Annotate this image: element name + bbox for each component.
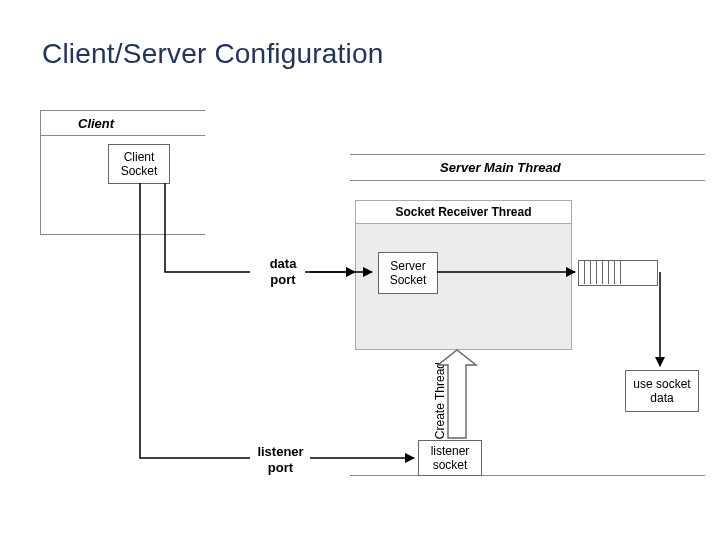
client-top-rule xyxy=(40,110,205,111)
diagram-stage: Client/Server Configuration Client Clien… xyxy=(0,0,720,540)
client-mid-rule xyxy=(40,135,205,136)
page-title: Client/Server Configuration xyxy=(42,38,384,70)
use-socket-data-label: use socket data xyxy=(633,377,690,406)
server-socket-label: Server Socket xyxy=(390,259,427,288)
client-left-rule xyxy=(40,110,41,234)
client-socket-box: Client Socket xyxy=(108,144,170,184)
client-bottom-rule xyxy=(40,234,205,235)
server-top-rule xyxy=(350,154,705,155)
receiver-thread-header: Socket Receiver Thread xyxy=(355,200,572,224)
listener-port-label: listener port xyxy=(253,444,308,475)
server-main-label: Server Main Thread xyxy=(440,160,561,176)
client-label: Client xyxy=(78,116,114,132)
listener-socket-box: listener socket xyxy=(418,440,482,476)
server-socket-box: Server Socket xyxy=(378,252,438,294)
server-mid-rule xyxy=(350,180,705,181)
queue-graphic xyxy=(578,260,656,284)
create-thread-label: Create Thread xyxy=(433,362,447,439)
server-bottom-rule xyxy=(350,475,705,476)
data-port-label: data port xyxy=(263,256,303,287)
client-socket-label: Client Socket xyxy=(121,150,158,179)
use-socket-data-box: use socket data xyxy=(625,370,699,412)
receiver-thread-title: Socket Receiver Thread xyxy=(395,205,531,219)
listener-socket-label: listener socket xyxy=(431,444,470,473)
